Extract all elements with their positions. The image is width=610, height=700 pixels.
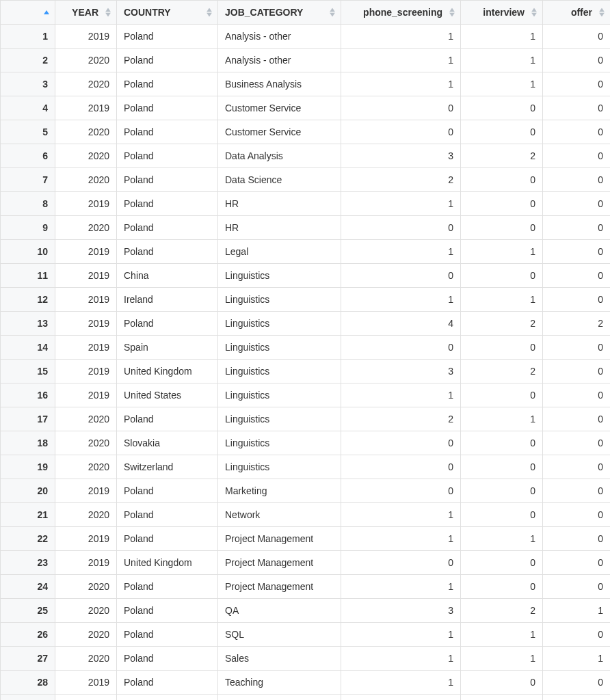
cell-offer: 0 <box>543 288 611 312</box>
sort-icon[interactable] <box>207 8 212 17</box>
cell-interview: 0 <box>461 383 543 407</box>
cell-phone-screening: 0 <box>341 551 461 575</box>
cell-country: Poland <box>117 527 218 551</box>
cell-country: Poland <box>117 96 218 120</box>
table-row: 132019PolandLinguistics422 <box>1 312 611 336</box>
table-row: 122019IrelandLinguistics110 <box>1 288 611 312</box>
sort-icon[interactable] <box>449 8 455 17</box>
cell-year: 2020 <box>55 144 117 168</box>
sort-icon[interactable] <box>531 8 537 17</box>
cell-country: China <box>117 264 218 288</box>
svg-marker-10 <box>531 13 537 17</box>
sort-icon[interactable] <box>599 8 605 17</box>
cell-phone-screening: 1 <box>341 503 461 527</box>
cell-interview: 4 <box>461 695 543 701</box>
col-header-interview[interactable]: interview <box>461 1 543 25</box>
table-row: 22020PolandAnalysis - other110 <box>1 49 611 72</box>
cell-index: 6 <box>1 144 55 168</box>
table-row: 232019United KingdomProject Management00… <box>1 551 611 575</box>
cell-phone-screening: 1 <box>341 647 461 671</box>
cell-interview: 1 <box>461 647 543 671</box>
svg-marker-12 <box>599 13 605 17</box>
svg-marker-9 <box>531 8 537 12</box>
table-row: 52020PolandCustomer Service000 <box>1 120 611 144</box>
svg-marker-7 <box>449 8 455 12</box>
cell-offer: 0 <box>543 575 611 599</box>
cell-index: 19 <box>1 455 55 479</box>
cell-offer: 0 <box>543 479 611 503</box>
cell-job-category: Sales <box>218 647 341 671</box>
cell-year: 2020 <box>55 216 117 240</box>
table-row: 102019PolandLegal110 <box>1 240 611 264</box>
cell-year: 2019 <box>55 360 117 383</box>
cell-index: 25 <box>1 599 55 623</box>
cell-offer: 0 <box>543 144 611 168</box>
cell-phone-screening: 1 <box>341 192 461 216</box>
col-header-offer[interactable]: offer <box>543 1 611 25</box>
cell-phone-screening: 1 <box>341 383 461 407</box>
cell-year: 2020 <box>55 575 117 599</box>
cell-job-category: Customer Service <box>218 120 341 144</box>
cell-offer: 0 <box>543 240 611 264</box>
cell-year: 2019 <box>55 312 117 336</box>
col-header-phone-screening[interactable]: phone_screening <box>341 1 461 25</box>
cell-interview: 0 <box>461 479 543 503</box>
cell-phone-screening: 1 <box>341 240 461 264</box>
cell-offer: 0 <box>543 527 611 551</box>
cell-interview: 2 <box>461 144 543 168</box>
cell-offer: 0 <box>543 192 611 216</box>
cell-index: 12 <box>1 288 55 312</box>
cell-offer: 0 <box>543 49 611 72</box>
sort-icon[interactable] <box>44 10 49 14</box>
cell-country: Poland <box>117 575 218 599</box>
svg-marker-6 <box>330 13 335 17</box>
svg-marker-1 <box>105 8 111 12</box>
cell-interview: 2 <box>461 360 543 383</box>
table-row: 32020PolandBusiness Analysis110 <box>1 72 611 96</box>
col-header-job-category[interactable]: JOB_CATEGORY <box>218 1 341 25</box>
svg-marker-5 <box>330 8 335 12</box>
cell-interview: 0 <box>461 168 543 192</box>
cell-index: 8 <box>1 192 55 216</box>
cell-year: 2019 <box>55 383 117 407</box>
cell-job-category: Teaching <box>218 671 341 695</box>
svg-marker-0 <box>44 10 49 14</box>
cell-job-category: Linguistics <box>218 407 341 431</box>
cell-job-category: Data Analysis <box>218 144 341 168</box>
cell-phone-screening: 1 <box>341 49 461 72</box>
cell-offer: 0 <box>543 455 611 479</box>
sort-icon[interactable] <box>330 8 335 17</box>
cell-offer: 0 <box>543 431 611 455</box>
cell-job-category: HR <box>218 216 341 240</box>
svg-marker-2 <box>105 13 111 17</box>
cell-interview: 0 <box>461 671 543 695</box>
table-header-row: YEAR COUNTRY JOB_CATEGORY <box>1 1 611 25</box>
table-row: 252020PolandQA321 <box>1 599 611 623</box>
cell-country: Poland <box>117 503 218 527</box>
table-row: 242020PolandProject Management100 <box>1 575 611 599</box>
col-header-year[interactable]: YEAR <box>55 1 117 25</box>
svg-marker-11 <box>599 8 605 12</box>
cell-index: 2 <box>1 49 55 72</box>
col-header-index[interactable] <box>1 1 55 25</box>
sort-icon[interactable] <box>105 8 111 17</box>
cell-job-category: Legal <box>218 240 341 264</box>
cell-country: Switzerland <box>117 455 218 479</box>
cell-index: 3 <box>1 72 55 96</box>
cell-phone-screening: 2 <box>341 407 461 431</box>
cell-offer: 0 <box>543 671 611 695</box>
svg-marker-4 <box>207 13 212 17</box>
cell-country: United Kingdom <box>117 360 218 383</box>
table-row: 222019PolandProject Management110 <box>1 527 611 551</box>
cell-job-category: Linguistics <box>218 312 341 336</box>
col-header-country[interactable]: COUNTRY <box>117 1 218 25</box>
cell-offer: 0 <box>543 120 611 144</box>
cell-phone-screening: 1 <box>341 623 461 647</box>
cell-offer: 0 <box>543 383 611 407</box>
cell-index: 24 <box>1 575 55 599</box>
cell-country: Poland <box>117 312 218 336</box>
cell-offer: 1 <box>543 647 611 671</box>
cell-index: 27 <box>1 647 55 671</box>
cell-interview: 0 <box>461 264 543 288</box>
cell-year: 2020 <box>55 599 117 623</box>
